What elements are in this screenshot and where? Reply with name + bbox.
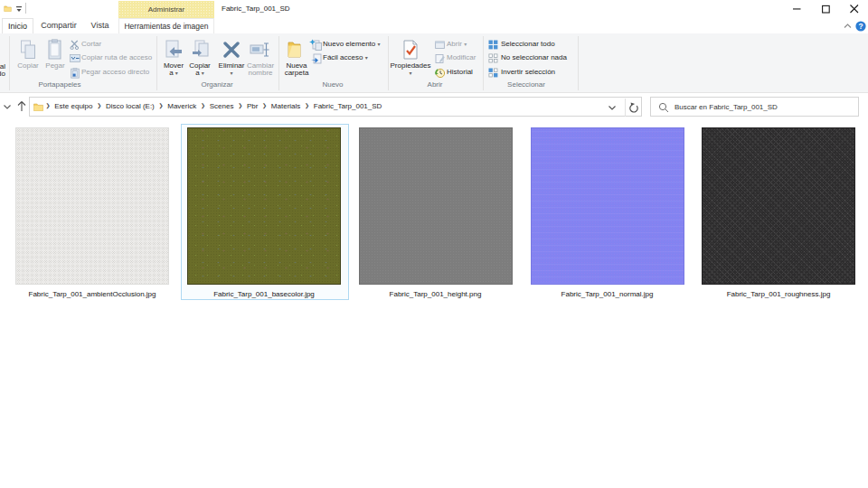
- svg-text:?: ?: [858, 22, 863, 31]
